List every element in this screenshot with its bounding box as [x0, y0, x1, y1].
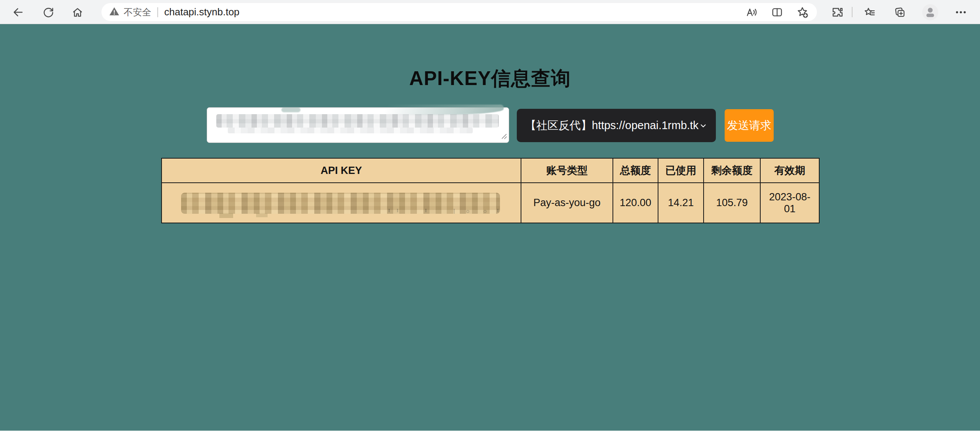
cell-api-key-redacted [162, 183, 521, 223]
url-text[interactable]: chatapi.stynb.top [164, 6, 240, 18]
favorites-bar-icon [863, 6, 876, 19]
collections-button[interactable] [891, 4, 908, 21]
send-request-button[interactable]: 发送请求 [725, 109, 774, 142]
read-aloud-icon[interactable] [744, 5, 760, 20]
redaction-smudge [281, 107, 301, 112]
profile-icon [922, 4, 939, 21]
cell-total-quota: 120.00 [613, 183, 658, 223]
endpoint-select-value: 【社区反代】https://openai.1rmb.tk [525, 118, 699, 133]
address-divider [157, 7, 158, 17]
redacted-api-key-mosaic [181, 193, 500, 214]
cell-remaining: 105.79 [704, 183, 760, 223]
table-header-row: API KEY 账号类型 总额度 已使用 剩余额度 有效期 [162, 158, 819, 183]
page-title: API-KEY信息查询 [0, 66, 980, 92]
favorites-bar-button[interactable] [861, 4, 878, 21]
collections-icon [893, 6, 906, 19]
header-remaining: 剩余额度 [704, 158, 760, 183]
favorite-add-icon[interactable] [795, 5, 810, 20]
home-button[interactable] [69, 4, 86, 21]
redacted-api-key-mosaic [216, 114, 499, 128]
cell-used: 14.21 [658, 183, 704, 223]
refresh-button[interactable] [40, 4, 57, 21]
header-total-quota: 总额度 [613, 158, 658, 183]
more-menu-button[interactable] [952, 4, 969, 21]
toolbar-divider [852, 7, 853, 17]
back-icon [12, 6, 24, 18]
header-used: 已使用 [658, 158, 704, 183]
browser-toolbar: 不安全 chatapi.stynb.top [0, 0, 980, 24]
table-row: Pay-as-you-go 120.00 14.21 105.79 2023-0… [162, 183, 819, 223]
refresh-icon [42, 7, 54, 18]
profile-button[interactable] [922, 4, 939, 21]
back-button[interactable] [10, 4, 26, 21]
page-body: API-KEY信息查询 【社区反代】https://openai.1rmb.tk… [0, 24, 980, 431]
cell-account-type: Pay-as-you-go [521, 183, 613, 223]
cell-expiry: 2023-08-01 [760, 183, 819, 223]
security-label: 不安全 [124, 6, 151, 18]
header-account-type: 账号类型 [521, 158, 613, 183]
split-screen-icon[interactable] [769, 5, 785, 20]
extensions-icon [831, 6, 844, 18]
extensions-button[interactable] [829, 4, 846, 21]
warning-icon [109, 7, 119, 18]
home-icon [72, 7, 83, 18]
api-key-input-wrap [207, 107, 509, 143]
redacted-api-key-mosaic [228, 128, 473, 133]
header-api-key: API KEY [162, 158, 521, 183]
resize-grip-icon[interactable] [501, 133, 507, 141]
site-security-chip[interactable]: 不安全 [109, 6, 151, 18]
more-icon [955, 7, 967, 18]
chevron-down-icon [699, 121, 708, 130]
address-bar[interactable]: 不安全 chatapi.stynb.top [101, 3, 817, 21]
api-key-result-table: API KEY 账号类型 总额度 已使用 剩余额度 有效期 [161, 158, 820, 223]
header-expiry: 有效期 [760, 158, 819, 183]
endpoint-select[interactable]: 【社区反代】https://openai.1rmb.tk [517, 109, 716, 142]
